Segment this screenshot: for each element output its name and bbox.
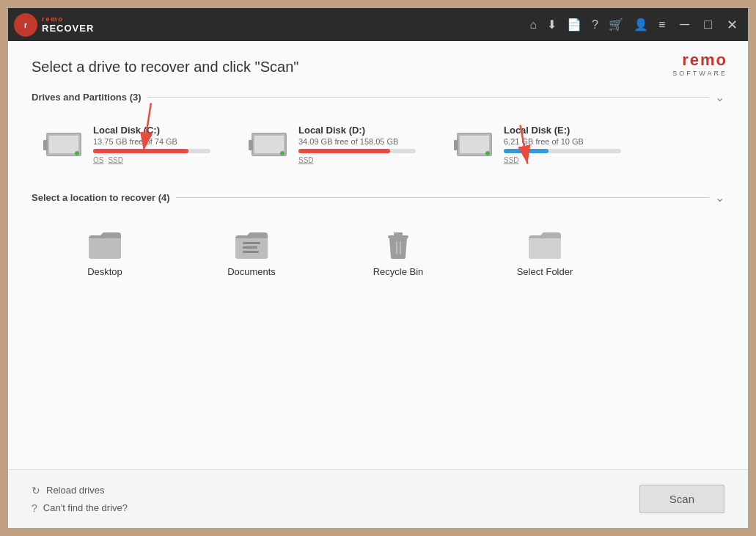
drive-d[interactable]: Local Disk (D:) 34.09 GB free of 158.05 … — [237, 116, 442, 173]
drives-chevron-icon[interactable]: ⌄ — [715, 90, 724, 104]
remo-brand: remo SOFTWARE — [672, 51, 727, 77]
file-icon[interactable]: 📄 — [567, 18, 581, 32]
location-documents-label: Documents — [227, 266, 276, 277]
location-documents[interactable]: Documents — [178, 216, 325, 289]
help-icon[interactable]: ? — [592, 18, 598, 32]
locations-chevron-icon[interactable]: ⌄ — [715, 191, 724, 205]
locations-section-header: Select a location to recover (4) ⌄ — [32, 191, 724, 205]
drive-e-space: 6.21 GB free of 10 GB — [504, 137, 636, 146]
drive-d-bar-fill — [298, 149, 390, 153]
location-recycle[interactable]: Recycle Bin — [325, 216, 471, 289]
svg-rect-22 — [396, 241, 397, 254]
svg-rect-11 — [249, 140, 253, 150]
drives-section-title: Drives and Partitions (3) — [32, 92, 142, 103]
logo-icon: r — [14, 13, 37, 37]
drive-d-tag-ssd[interactable]: SSD — [298, 156, 314, 164]
minimize-button[interactable]: ─ — [675, 15, 694, 34]
cant-find-label: Can't find the drive? — [43, 502, 128, 513]
menu-icon[interactable]: ≡ — [658, 18, 665, 32]
drive-c-space: 13.75 GB free of 74 GB — [93, 137, 225, 146]
svg-text:r: r — [24, 21, 27, 29]
svg-rect-19 — [243, 251, 259, 253]
page-title: Select a drive to recover and click "Sca… — [32, 59, 724, 76]
logo-text: remo RECOVER — [42, 15, 94, 34]
window-controls: ─ □ ✕ — [675, 15, 742, 34]
select-folder-icon — [526, 228, 564, 260]
drive-e-bar-fill — [504, 149, 548, 153]
drive-c-tag-ssd[interactable]: SSD — [108, 156, 123, 164]
question-icon: ? — [32, 502, 37, 514]
locations-grid: Desktop Documents — [32, 216, 724, 289]
desktop-folder-icon — [86, 228, 124, 260]
svg-rect-9 — [254, 136, 284, 153]
download-icon[interactable]: ⬇ — [547, 18, 557, 32]
reload-drives-label: Reload drives — [46, 485, 105, 496]
svg-rect-16 — [454, 140, 458, 150]
drives-grid: Local Disk (C:) 13.75 GB free of 74 GB O… — [32, 116, 724, 173]
svg-rect-20 — [388, 235, 408, 238]
drive-d-icon — [249, 127, 290, 162]
drive-e-name: Local Disk (E:) — [504, 125, 636, 136]
location-desktop-label: Desktop — [87, 266, 122, 277]
app-logo: r remo RECOVER — [14, 13, 94, 37]
drive-e-bar-bg — [504, 149, 621, 153]
user-icon[interactable]: 👤 — [634, 18, 648, 32]
drive-c-tags: OS SSD — [93, 156, 225, 164]
drive-c[interactable]: Local Disk (C:) 13.75 GB free of 74 GB O… — [32, 116, 237, 173]
drive-c-name: Local Disk (C:) — [93, 125, 225, 136]
drive-e-info: Local Disk (E:) 6.21 GB free of 10 GB SS… — [504, 125, 636, 164]
location-select-folder-label: Select Folder — [517, 266, 573, 277]
svg-point-10 — [280, 151, 285, 155]
main-content: remo SOFTWARE Select a drive to recover … — [8, 41, 748, 469]
cart-icon[interactable]: 🛒 — [609, 18, 623, 32]
titlebar-icons: ⌂ ⬇ 📄 ? 🛒 👤 ≡ — [529, 18, 665, 32]
close-button[interactable]: ✕ — [722, 15, 742, 34]
titlebar: r remo RECOVER ⌂ ⬇ 📄 ? 🛒 👤 ≡ ─ □ ✕ — [8, 8, 748, 41]
drive-e[interactable]: Local Disk (E:) 6.21 GB free of 10 GB SS… — [442, 116, 647, 173]
svg-rect-4 — [49, 136, 78, 153]
drive-d-space: 34.09 GB free of 158.05 GB — [298, 137, 430, 146]
location-recycle-label: Recycle Bin — [373, 266, 424, 277]
drive-c-info: Local Disk (C:) 13.75 GB free of 74 GB O… — [93, 125, 225, 164]
reload-drives-link[interactable]: ↻ Reload drives — [32, 485, 128, 496]
reload-icon: ↻ — [32, 485, 40, 496]
svg-point-5 — [75, 151, 79, 155]
documents-folder-icon — [232, 228, 271, 260]
recycle-bin-icon — [379, 228, 417, 260]
locations-section-title: Select a location to recover (4) — [32, 192, 170, 203]
location-desktop[interactable]: Desktop — [32, 216, 178, 289]
svg-rect-6 — [43, 140, 48, 150]
brand-name: remo — [682, 51, 727, 70]
drives-section-header: Drives and Partitions (3) ⌄ — [32, 90, 724, 104]
svg-rect-21 — [394, 232, 403, 235]
maximize-button[interactable]: □ — [700, 15, 716, 34]
drive-c-bar-bg — [93, 149, 210, 153]
cant-find-link[interactable]: ? Can't find the drive? — [32, 502, 128, 514]
drive-d-info: Local Disk (D:) 34.09 GB free of 158.05 … — [298, 125, 430, 164]
drive-c-tag-os[interactable]: OS — [93, 156, 103, 164]
drive-d-bar-bg — [298, 149, 416, 153]
location-select-folder[interactable]: Select Folder — [471, 216, 618, 289]
bottom-bar: ↻ Reload drives ? Can't find the drive? … — [8, 469, 748, 528]
svg-point-15 — [485, 151, 490, 155]
drive-e-tag-ssd[interactable]: SSD — [504, 156, 519, 164]
drives-section-line — [147, 97, 709, 98]
svg-rect-14 — [460, 136, 489, 153]
scan-button[interactable]: Scan — [639, 485, 724, 513]
svg-rect-17 — [243, 242, 260, 244]
drive-c-icon — [43, 127, 84, 162]
locations-section-line — [176, 197, 709, 198]
svg-rect-18 — [243, 246, 257, 249]
bottom-links: ↻ Reload drives ? Can't find the drive? — [32, 485, 128, 514]
drive-d-name: Local Disk (D:) — [298, 125, 430, 136]
drive-c-bar-fill — [93, 149, 188, 153]
brand-sub: SOFTWARE — [672, 70, 727, 77]
svg-rect-23 — [400, 241, 401, 254]
home-icon[interactable]: ⌂ — [529, 18, 537, 32]
drive-e-icon — [454, 127, 495, 162]
drive-d-tags: SSD — [298, 156, 430, 164]
drive-e-tags: SSD — [504, 156, 636, 164]
